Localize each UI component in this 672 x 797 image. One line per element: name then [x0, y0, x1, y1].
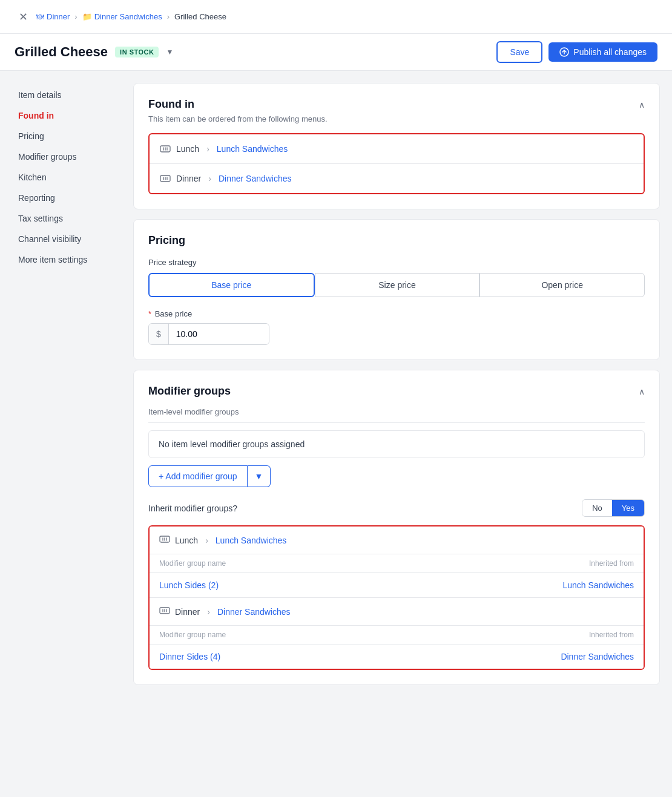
- found-in-row-lunch: Lunch › Lunch Sandwiches: [150, 134, 644, 164]
- toggle-yes-button[interactable]: Yes: [612, 500, 644, 516]
- inherit-lunch-col-inherited: Inherited from: [589, 559, 634, 568]
- dinner-menu-icon: [159, 172, 171, 185]
- folder-icon: 📁: [82, 12, 92, 21]
- dinner-sides-link[interactable]: Dinner Sides (4): [159, 652, 220, 661]
- inherit-lunch-icon: [159, 534, 170, 546]
- inherit-sep-1: ›: [205, 536, 208, 545]
- lunch-menu-icon: [159, 143, 171, 155]
- content-area: Found in ∧ This item can be ordered from…: [133, 83, 660, 685]
- inherit-lunch-table-header: Modifier group name Inherited from: [150, 554, 644, 573]
- menu-icon: 🍽: [36, 12, 44, 21]
- base-price-input[interactable]: [169, 324, 269, 344]
- found-in-subtitle: This item can be ordered from the follow…: [148, 114, 645, 123]
- sidebar-item-item-details[interactable]: Item details: [12, 85, 133, 105]
- dinner-menu-name: Dinner: [176, 174, 201, 183]
- main-layout: Item details Found in Pricing Modifier g…: [0, 71, 672, 697]
- inherit-dinner-icon: [159, 605, 170, 618]
- page-header: Grilled Cheese IN STOCK ▼ Save Publish a…: [0, 34, 672, 71]
- price-strategy-label: Price strategy: [148, 258, 645, 267]
- price-input-wrapper: $: [148, 323, 269, 345]
- sidebar-item-found-in[interactable]: Found in: [12, 106, 133, 125]
- base-price-label: * Base price: [148, 309, 645, 318]
- lunch-sandwiches-link[interactable]: Lunch Sandwiches: [217, 144, 288, 154]
- found-in-title: Found in: [148, 98, 194, 111]
- add-modifier-wrapper: + Add modifier group ▼: [148, 465, 645, 487]
- found-in-sep-1: ›: [206, 144, 209, 154]
- inherit-dinner-row: Dinner Sides (4) Dinner Sandwiches: [150, 644, 644, 669]
- breadcrumb-sep-2: ›: [167, 12, 170, 21]
- in-stock-badge: IN STOCK: [115, 47, 159, 57]
- dinner-sandwiches-link[interactable]: Dinner Sandwiches: [219, 174, 292, 183]
- sidebar-item-tax-settings[interactable]: Tax settings: [12, 209, 133, 228]
- inherit-dinner-table-header: Modifier group name Inherited from: [150, 626, 644, 644]
- breadcrumb-sep-1: ›: [74, 12, 77, 21]
- add-modifier-button[interactable]: + Add modifier group: [148, 465, 248, 487]
- inherit-dinner-col-inherited: Inherited from: [589, 631, 634, 639]
- modifier-groups-chevron-icon[interactable]: ∧: [639, 387, 645, 396]
- dinner-inherited-from[interactable]: Dinner Sandwiches: [561, 652, 634, 661]
- breadcrumb-dinner-sandwiches[interactable]: 📁 Dinner Sandwiches: [82, 12, 162, 21]
- inherit-lunch-col-group: Modifier group name: [159, 559, 226, 568]
- inherit-row: Inherit modifier groups? No Yes: [148, 499, 645, 517]
- save-button[interactable]: Save: [496, 41, 542, 63]
- inherit-label: Inherit modifier groups?: [148, 503, 237, 513]
- inherit-lunch-row: Lunch Sides (2) Lunch Sandwiches: [150, 573, 644, 597]
- inherit-dinner-col-group: Modifier group name: [159, 631, 226, 639]
- sidebar-item-reporting[interactable]: Reporting: [12, 188, 133, 208]
- publish-icon: [559, 47, 569, 57]
- inherit-lunch-sandwiches[interactable]: Lunch Sandwiches: [216, 536, 287, 545]
- inherit-lunch-menu: Lunch: [175, 536, 198, 545]
- inherit-lunch-header: Lunch › Lunch Sandwiches: [150, 526, 644, 554]
- breadcrumb-dinner[interactable]: 🍽 Dinner: [36, 12, 70, 21]
- lunch-inherited-from[interactable]: Lunch Sandwiches: [562, 580, 634, 590]
- sidebar-item-kitchen[interactable]: Kitchen: [12, 168, 133, 187]
- breadcrumb: ✕ 🍽 Dinner › 📁 Dinner Sandwiches › Grill…: [15, 8, 226, 25]
- base-price-button[interactable]: Base price: [148, 273, 315, 297]
- top-bar: ✕ 🍽 Dinner › 📁 Dinner Sandwiches › Grill…: [0, 0, 672, 34]
- publish-button[interactable]: Publish all changes: [548, 42, 657, 62]
- inherit-dinner-header: Dinner › Dinner Sandwiches: [150, 598, 644, 626]
- inherit-dinner-menu: Dinner: [175, 607, 200, 617]
- inherit-section-lunch: Lunch › Lunch Sandwiches Modifier group …: [150, 526, 644, 597]
- sidebar-item-pricing[interactable]: Pricing: [12, 126, 133, 146]
- pricing-title: Pricing: [148, 234, 645, 247]
- modifier-groups-title: Modifier groups: [148, 385, 231, 398]
- price-strategy-buttons: Base price Size price Open price: [148, 273, 645, 297]
- sidebar-item-more-item-settings[interactable]: More item settings: [12, 250, 133, 269]
- modifier-groups-card: Modifier groups ∧ Item-level modifier gr…: [133, 370, 660, 685]
- breadcrumb-current: Grilled Cheese: [174, 12, 226, 21]
- close-button[interactable]: ✕: [15, 8, 31, 25]
- found-in-card: Found in ∧ This item can be ordered from…: [133, 83, 660, 209]
- inherit-box: Lunch › Lunch Sandwiches Modifier group …: [148, 525, 645, 670]
- no-modifiers-box: No item level modifier groups assigned: [148, 430, 645, 458]
- page-title-area: Grilled Cheese IN STOCK ▼: [15, 44, 173, 60]
- lunch-sides-link[interactable]: Lunch Sides (2): [159, 580, 219, 590]
- inherit-dinner-sandwiches[interactable]: Dinner Sandwiches: [217, 607, 291, 617]
- item-level-label: Item-level modifier groups: [148, 401, 645, 423]
- inherit-toggle-group: No Yes: [582, 499, 645, 517]
- required-star: *: [148, 309, 151, 318]
- toggle-no-button[interactable]: No: [582, 500, 612, 516]
- sidebar-item-modifier-groups[interactable]: Modifier groups: [12, 147, 133, 166]
- found-in-header: Found in ∧: [148, 98, 645, 111]
- sidebar: Item details Found in Pricing Modifier g…: [12, 83, 133, 685]
- inherit-section-dinner: Dinner › Dinner Sandwiches Modifier grou…: [150, 597, 644, 669]
- header-actions: Save Publish all changes: [496, 41, 657, 63]
- status-dropdown-arrow[interactable]: ▼: [166, 48, 173, 56]
- open-price-button[interactable]: Open price: [479, 273, 645, 297]
- size-price-button[interactable]: Size price: [315, 273, 480, 297]
- add-modifier-dropdown-button[interactable]: ▼: [248, 465, 271, 487]
- modifier-groups-header: Modifier groups ∧: [148, 385, 645, 398]
- found-in-sep-2: ›: [208, 174, 211, 183]
- lunch-menu-name: Lunch: [176, 144, 199, 154]
- page-title: Grilled Cheese: [15, 44, 108, 60]
- found-in-box: Lunch › Lunch Sandwiches Dinner › Dinner…: [148, 133, 645, 194]
- currency-symbol: $: [149, 324, 169, 344]
- found-in-chevron-icon[interactable]: ∧: [639, 100, 645, 110]
- inherit-sep-2: ›: [207, 607, 210, 617]
- found-in-row-dinner: Dinner › Dinner Sandwiches: [150, 164, 644, 193]
- pricing-card: Pricing Price strategy Base price Size p…: [133, 219, 660, 360]
- sidebar-item-channel-visibility[interactable]: Channel visibility: [12, 229, 133, 249]
